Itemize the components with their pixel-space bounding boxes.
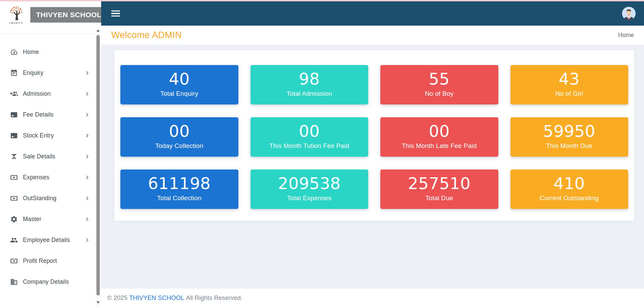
top-navbar [101, 1, 644, 26]
sidebar-item-enquiry[interactable]: Enquiry [0, 62, 101, 83]
sidebar-item-label: Fee Details [23, 111, 54, 118]
stat-card-this-month-due: 59950This Month Due [510, 117, 628, 157]
sidebar-item-admission[interactable]: Admission [0, 83, 101, 104]
sidebar-item-label: Company Details [23, 278, 69, 285]
tree-trunk [13, 11, 20, 20]
stat-card-total-enquiry: 40Total Enquiry [120, 65, 238, 104]
stat-label: Current Outstanding [540, 194, 599, 202]
calendar-icon [10, 69, 18, 77]
footer-copyright: © 2025 [107, 294, 127, 302]
stat-card-total-collection: 611198Total Collection [120, 170, 238, 209]
people-icon [10, 236, 18, 244]
stat-label: No of Girl [555, 90, 583, 97]
sidebar-item-label: Master [23, 216, 41, 223]
footer-rights-text: All Rights Reserved. [186, 294, 242, 302]
sidebar-item-label: Admission [23, 90, 51, 97]
stat-label: This Month Late Fee Paid [402, 142, 477, 150]
stat-card-this-month-late-fee-paid: 00This Month Late Fee Paid [380, 117, 498, 157]
stat-value: 257510 [408, 175, 471, 191]
sidebar: CHARITY THIVYEN SCHOOL HomeEnquiryAdmiss… [0, 1, 101, 307]
stat-card-total-expenses: 209538Total Expenses [251, 170, 369, 209]
sidebar-item-fee-details[interactable]: Fee Details [0, 104, 101, 125]
chevron-right-icon [85, 238, 90, 243]
stat-value: 00 [299, 123, 320, 139]
sidebar-item-label: Sale Details [23, 153, 55, 160]
stat-card-current-outstanding: 410Current Outstanding [510, 170, 628, 209]
page-title: Welcome ADMIN [111, 30, 182, 40]
sidebar-item-expenses[interactable]: Expenses [0, 167, 101, 188]
charity-logo: CHARITY [7, 4, 26, 25]
sidebar-item-label: Stock Entry [23, 132, 54, 139]
scroll-up-arrow[interactable] [95, 28, 101, 33]
stat-label: Total Collection [157, 194, 202, 202]
stat-card-no-of-girl: 43No of Girl [510, 65, 628, 104]
sidebar-item-label: OutStanding [23, 195, 57, 202]
scale-icon [10, 153, 18, 160]
sidebar-item-sale-details[interactable]: Sale Details [0, 146, 101, 167]
svg-text:CHARITY: CHARITY [9, 22, 23, 25]
breadcrumb-home[interactable]: Home [618, 32, 634, 39]
stat-value: 611198 [148, 175, 211, 191]
sidebar-item-label: Expenses [23, 174, 49, 181]
stat-value: 410 [554, 175, 585, 191]
brand-header: CHARITY THIVYEN SCHOOL [0, 1, 101, 34]
sidebar-item-label: Home [23, 49, 39, 56]
money-icon [10, 257, 18, 265]
page-header: Welcome ADMIN Home [101, 26, 644, 44]
stat-value: 209538 [278, 175, 341, 191]
footer-school-link[interactable]: THIVYEN SCHOOL [129, 294, 184, 302]
hamburger-icon [111, 10, 120, 11]
sidebar-item-master[interactable]: Master [0, 209, 101, 229]
stats-panel: 40Total Enquiry98Total Admission55No of … [114, 50, 634, 221]
sidebar-item-label: Employee Details [23, 237, 70, 244]
stat-value: 43 [559, 71, 580, 87]
sidebar-item-profit-report[interactable]: Profit Report [0, 250, 101, 271]
stat-card-total-admission: 98Total Admission [251, 65, 369, 104]
gear-icon [10, 215, 18, 223]
school-name-title[interactable]: THIVYEN SCHOOL [30, 7, 107, 23]
stat-label: Total Admission [287, 90, 332, 97]
sidebar-item-employee-details[interactable]: Employee Details [0, 229, 101, 250]
menu-toggle-button[interactable] [111, 10, 120, 17]
chevron-right-icon [85, 154, 90, 159]
stat-label: This Month Due [546, 142, 592, 150]
sidebar-menu: HomeEnquiryAdmissionFee DetailsStock Ent… [0, 34, 101, 292]
chevron-right-icon [85, 70, 90, 75]
card-icon [10, 132, 18, 140]
sidebar-item-home[interactable]: Home [0, 41, 101, 62]
stat-value: 40 [169, 71, 190, 87]
page-footer: © 2025 THIVYEN SCHOOL All Rights Reserve… [101, 288, 644, 307]
sidebar-item-outstanding[interactable]: OutStanding [0, 188, 101, 209]
main-content: 40Total Enquiry98Total Admission55No of … [101, 44, 644, 288]
sidebar-scrollbar[interactable] [95, 26, 101, 307]
top-accent-strip [0, 0, 644, 1]
stat-label: This Month Tution Fee Paid [269, 142, 349, 150]
tree-canopy-dots [10, 6, 22, 14]
stat-card-today-collection: 00Today Collection [120, 117, 238, 157]
stat-value: 55 [429, 71, 450, 87]
stat-label: Total Expenses [287, 194, 331, 202]
chevron-right-icon [85, 175, 90, 180]
user-avatar[interactable] [622, 6, 636, 21]
sidebar-item-company-details[interactable]: Company Details [0, 271, 101, 292]
sidebar-item-stock-entry[interactable]: Stock Entry [0, 125, 101, 146]
scroll-thumb[interactable] [96, 35, 100, 296]
scroll-down-arrow[interactable] [95, 300, 101, 305]
chevron-right-icon [85, 133, 90, 138]
card-icon [10, 111, 18, 119]
money-icon [10, 194, 18, 202]
person-add-icon [10, 90, 18, 98]
stat-label: Total Due [426, 194, 453, 202]
stat-label: Today Collection [155, 142, 203, 150]
chevron-right-icon [85, 196, 90, 201]
stat-label: No of Boy [425, 90, 453, 97]
stat-card-total-due: 257510Total Due [380, 170, 498, 209]
stat-value: 98 [299, 71, 320, 87]
stat-value: 59950 [543, 123, 595, 139]
sidebar-item-label: Enquiry [23, 69, 43, 76]
chevron-right-icon [85, 91, 90, 96]
stat-card-no-of-boy: 55No of Boy [380, 65, 498, 104]
building-icon [10, 278, 18, 286]
stat-label: Total Enquiry [160, 90, 198, 97]
stat-value: 00 [429, 123, 450, 139]
